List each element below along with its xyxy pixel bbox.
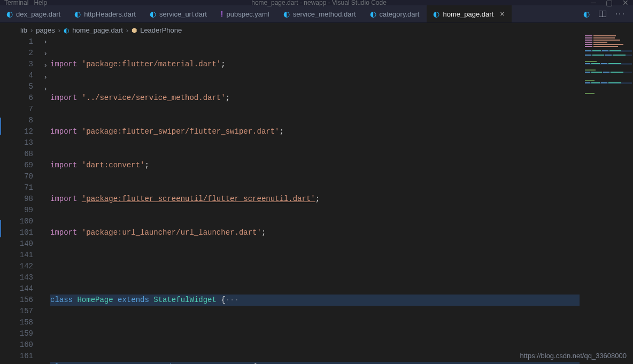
code-line: import 'dart:convert';	[50, 160, 580, 171]
code-line: import 'package:url_launcher/url_launche…	[50, 227, 580, 238]
tab-pubspec[interactable]: ! pubspec.yaml	[214, 5, 277, 22]
line-numbers: 1 2 3 4 5 6 7 8 12 13 68 69 70 71 98 99 …	[13, 36, 41, 364]
code-line	[50, 261, 580, 272]
fold-gutter[interactable]: › › › › ›	[41, 36, 50, 364]
tab-service-method[interactable]: ◐ service_method.dart	[277, 5, 364, 22]
breadcrumb-seg[interactable]: LeaderPhone	[140, 26, 182, 34]
tab-actions: ◐ ···	[576, 5, 633, 22]
tab-category[interactable]: ◐ category.dart	[364, 5, 427, 22]
breadcrumb-seg[interactable]: pages	[36, 26, 55, 34]
code-line: import '../service/service_method.dart';	[50, 92, 580, 104]
tab-dex-page[interactable]: ◐ dex_page.dart	[0, 5, 68, 22]
breadcrumb-seg[interactable]: home_page.dart	[72, 26, 123, 34]
tab-label: dex_page.dart	[16, 10, 60, 18]
fold-icon[interactable]: ›	[43, 72, 47, 83]
tab-home-page[interactable]: ◐ home_page.dart ×	[427, 5, 512, 22]
dart-icon: ◐	[283, 10, 290, 18]
breadcrumb[interactable]: lib › pages › ◐ home_page.dart › ⬢ Leade…	[0, 23, 633, 37]
code-line: import 'package:flutter/material.dart';	[50, 59, 580, 70]
chevron-right-icon: ›	[30, 26, 33, 34]
tab-label: home_page.dart	[443, 10, 493, 18]
activity-markers	[0, 118, 12, 323]
dart-icon: ◐	[370, 10, 376, 18]
code-line	[50, 328, 580, 339]
split-editor-icon[interactable]	[598, 10, 607, 18]
yaml-icon: !	[221, 10, 223, 18]
code-line: class _HomePageState extends State<HomeP…	[50, 362, 580, 364]
code-area[interactable]: import 'package:flutter/material.dart'; …	[50, 36, 633, 364]
title-bar: Terminal Help home_page.dart - newapp - …	[0, 0, 633, 5]
tab-label: pubspec.yaml	[227, 10, 269, 18]
dart-icon: ◐	[6, 10, 13, 18]
fold-icon[interactable]: ›	[43, 84, 47, 95]
dart-icon: ◐	[74, 10, 81, 18]
run-icon[interactable]: ◐	[583, 10, 590, 18]
tab-label: service_url.dart	[159, 10, 207, 18]
watermark: https://blog.csdn.net/qq_33608000	[520, 352, 627, 360]
code-line: import 'package:flutter_swiper/flutter_s…	[50, 126, 580, 137]
close-tab-icon[interactable]: ×	[500, 10, 504, 18]
code-line: class HomePage extends StatefulWidget {·…	[50, 295, 580, 306]
chevron-right-icon: ›	[58, 26, 60, 34]
breadcrumb-seg[interactable]: lib	[20, 26, 27, 34]
dart-icon: ◐	[64, 27, 69, 34]
tab-label: httpHeaders.dart	[84, 10, 136, 18]
tab-label: service_method.dart	[293, 10, 356, 18]
fold-icon[interactable]: ›	[43, 37, 47, 48]
chevron-right-icon: ›	[126, 26, 128, 34]
editor-tabs: ◐ dex_page.dart ◐ httpHeaders.dart ◐ ser…	[0, 5, 633, 23]
minimap[interactable]	[585, 35, 632, 94]
class-icon: ⬢	[132, 27, 137, 34]
fold-icon[interactable]: ›	[43, 49, 47, 60]
tab-http-headers[interactable]: ◐ httpHeaders.dart	[68, 5, 143, 22]
code-editor[interactable]: 1 2 3 4 5 6 7 8 12 13 68 69 70 71 98 99 …	[0, 36, 633, 364]
dart-icon: ◐	[150, 10, 156, 18]
fold-icon[interactable]: ›	[43, 60, 47, 72]
dart-icon: ◐	[433, 10, 439, 18]
tab-service-url[interactable]: ◐ service_url.dart	[143, 5, 214, 22]
more-actions-icon[interactable]: ···	[615, 9, 626, 19]
code-line: import 'package:flutter_screenutil/flutt…	[50, 193, 580, 205]
tab-label: category.dart	[380, 10, 420, 18]
